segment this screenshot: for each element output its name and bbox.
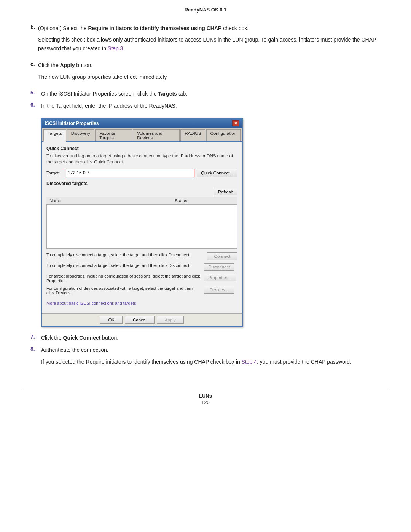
tab-volumes-devices[interactable]: Volumes and Devices [133,129,180,141]
dialog-footer: OK Cancel Apply [42,313,242,326]
tab-discovery[interactable]: Discovery [67,129,94,141]
step-b-label: b. [30,24,38,56]
tab-radius[interactable]: RADIUS [180,129,205,141]
step-b-text-end: check box. [221,25,249,31]
dialog-titlebar: iSCSI Initiator Properties ✕ [42,119,242,128]
step8-num: 8. [30,346,41,352]
quick-connect-button[interactable]: Quick Connect... [197,169,237,177]
step-b-sub-end: . [123,45,124,51]
step-c-text-pre: Click the [38,62,60,68]
apply-button[interactable]: Apply [157,316,184,324]
tab-favorite-targets[interactable]: Favorite Targets [95,129,132,141]
devices-info: For configuration of devices associated … [46,286,201,295]
refresh-button[interactable]: Refresh [214,189,237,195]
target-row: Target: Quick Connect... [46,169,237,177]
step-c-text-end: button. [75,62,92,68]
disconnect-info: To completely disconnect a target, selec… [46,263,201,268]
properties-info: For target properties, including configu… [46,274,201,283]
target-input[interactable] [66,169,194,177]
page-header: ReadyNAS OS 6.1 [0,0,411,16]
table-col-name: Name [46,198,172,204]
dialog-close-button[interactable]: ✕ [232,120,239,126]
step8-sub: If you selected the Require initiators t… [41,358,381,366]
step4-link[interactable]: Step 4 [242,359,257,365]
step-b-text-pre: (Optional) Select the [38,25,88,31]
dialog-window: iSCSI Initiator Properties ✕ Targets Dis… [41,118,243,327]
discovered-targets-label: Discovered targets [46,181,237,186]
tab-configuration[interactable]: Configuration [206,129,241,141]
step8-sub-text: If you selected the Require initiators t… [41,359,242,365]
step8-text: Authenticate the connection. [41,346,381,354]
dialog-body: Quick Connect To discover and log on to … [42,142,242,313]
more-link-area: More about basic iSCSI connections and t… [46,300,237,306]
step8-content: Authenticate the connection. If you sele… [41,346,381,366]
step-c-bold: Apply [60,62,75,68]
info-row-3: For target properties, including configu… [46,274,237,283]
footer-page-number: 120 [23,399,388,405]
info-row-1: To completely disconnect a target, selec… [46,252,237,260]
step5-bold: Targets [158,91,177,97]
footer-section: LUNs [23,393,388,399]
step-b-content: (Optional) Select the Require initiators… [38,24,381,56]
targets-table-area: Name Status [46,197,237,249]
info-row-4: For configuration of devices associated … [46,286,237,295]
step-b-sub-text: Selecting this check box allows only aut… [38,37,376,51]
step5-text: On the iSCSI Initiator Properties screen… [41,91,158,97]
step6-num: 6. [30,102,41,108]
cancel-button[interactable]: Cancel [125,316,155,324]
step7-end: button. [100,335,118,341]
tab-targets[interactable]: Targets [43,129,66,142]
disconnect-button[interactable]: Disconnect [204,263,234,271]
step5-content: On the iSCSI Initiator Properties screen… [41,89,381,98]
ok-button[interactable]: OK [100,316,123,324]
quick-connect-label: Quick Connect [46,146,237,151]
step5-num: 5. [30,89,41,96]
step7-bold: Quick Connect [63,335,101,341]
table-body [46,205,237,249]
disconnect-info-text: To completely disconnect a target, selec… [46,252,201,257]
table-header: Name Status [46,197,237,205]
properties-button[interactable]: Properties... [204,274,236,281]
iscsi-dialog: iSCSI Initiator Properties ✕ Targets Dis… [41,118,243,327]
header-title: ReadyNAS OS 6.1 [185,7,227,13]
step8-sub-end: , you must provide the CHAP password. [257,359,351,365]
page-footer: LUNs 120 [23,390,388,405]
step6-content: In the Target field, enter the IP addres… [41,102,381,110]
step7-num: 7. [30,334,41,340]
quick-connect-desc: To discover and log on to a target using… [46,153,237,165]
connect-btn-area: Connect [204,252,237,260]
dialog-tabs: Targets Discovery Favorite Targets Volum… [42,128,242,142]
step7-content: Click the Quick Connect button. [41,334,381,342]
step-b-bold: Require initiators to identify themselve… [88,25,222,31]
step-c-sub: The new LUN group properties take effect… [38,73,381,81]
step5-end: tab. [177,91,187,97]
refresh-row: Refresh [46,189,237,195]
more-link[interactable]: More about basic iSCSI connections and t… [46,301,136,305]
step3-link[interactable]: Step 3 [108,45,123,51]
devices-button[interactable]: Devices... [204,286,234,294]
info-row-2: To completely disconnect a target, selec… [46,263,237,271]
info-texts: To completely disconnect a target, selec… [46,252,237,298]
dialog-title: iSCSI Initiator Properties [45,121,99,126]
step-c-content: Click the Apply button. The new LUN grou… [38,61,381,84]
step6-text: In the Target field, enter the IP addres… [41,103,177,109]
target-field-label: Target: [46,171,64,175]
step-c-label: c. [30,61,38,84]
table-col-status: Status [172,198,237,204]
step7-text: Click the [41,335,63,341]
connect-button[interactable]: Connect [207,252,237,260]
